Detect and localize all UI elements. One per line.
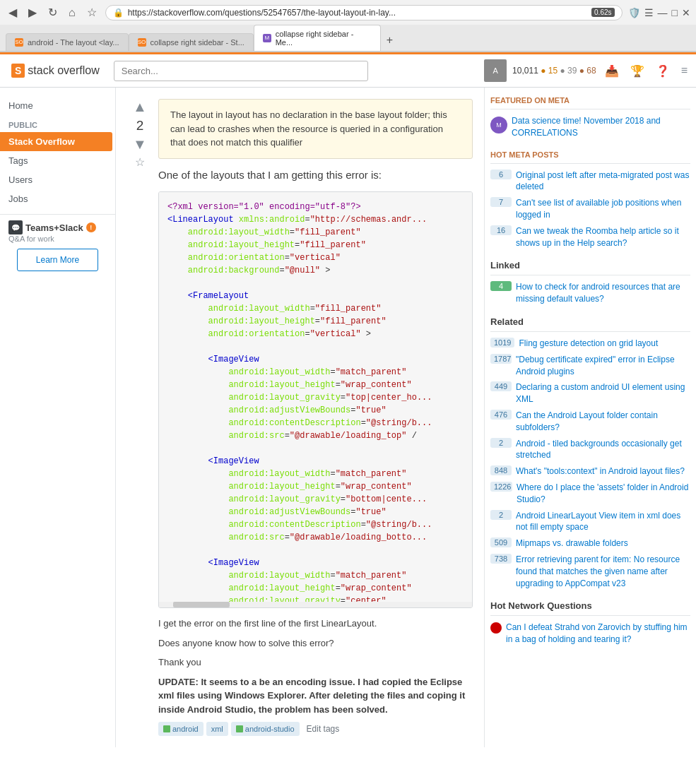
more-icon[interactable]: ≡ [678, 61, 690, 80]
browser-menu-button[interactable]: ☰ [644, 7, 654, 18]
edit-tags-button[interactable]: Edit tags [302, 722, 344, 736]
bookmark-button[interactable]: ☆ [135, 155, 145, 169]
hot-meta-item-1: 6 Original post left after meta-migrated… [490, 170, 690, 194]
related-item-2: 1787 "Debug certificate expired" error i… [490, 354, 690, 378]
forward-button[interactable]: ▶ [25, 4, 40, 20]
tab-1-label: android - The layout <lay... [28, 38, 119, 47]
related-link-10[interactable]: Error retrieving parent for item: No res… [516, 554, 690, 589]
bookmark-button[interactable]: ☆ [84, 4, 100, 20]
header-icons: 📥 🏆 ❓ ≡ [602, 61, 690, 81]
hot-meta-count-1: 6 [490, 170, 512, 179]
sidebar-item-home[interactable]: Home [0, 96, 115, 115]
related-link-9[interactable]: Mipmaps vs. drawable folders [516, 537, 628, 550]
update-label: UPDATE: It seems to a be an encoding iss… [158, 677, 465, 715]
address-bar[interactable]: 🔒 https://stackoverflow.com/questions/52… [105, 5, 623, 20]
back-button[interactable]: ◀ [6, 4, 20, 20]
answer-notice: The layout in layout has no declaration … [158, 99, 473, 159]
code-scrollbar-horizontal[interactable] [159, 602, 472, 607]
linked-box: Linked 4 How to check for android resour… [490, 260, 690, 305]
gold-badge: ● 15 [541, 66, 558, 76]
linked-link-1[interactable]: How to check for android resources that … [516, 281, 690, 305]
sidebar-section-public: PUBLIC [0, 115, 115, 132]
achievements-icon[interactable]: 🏆 [627, 61, 647, 81]
maximize-button[interactable]: □ [672, 7, 678, 18]
tag-android[interactable]: android [158, 722, 204, 736]
related-count-1: 1019 [490, 338, 514, 348]
so-content: Home PUBLIC Stack Overflow Tags Users Jo… [0, 88, 696, 747]
hot-meta-count-3: 16 [490, 225, 512, 235]
tab-2[interactable]: SO collapse right sidebar - St... [129, 33, 254, 51]
tab-3[interactable]: M collapse right sidebar - Me... [254, 25, 381, 51]
hot-meta-link-3[interactable]: Can we tweak the Roomba help article so … [516, 225, 690, 249]
related-count-5: 2 [490, 438, 512, 448]
related-item-10: 738 Error retrieving parent for item: No… [490, 554, 690, 589]
question-text-4: Thank you [158, 655, 473, 670]
featured-item-1: M Data science time! November 2018 and C… [490, 115, 690, 139]
left-sidebar: Home PUBLIC Stack Overflow Tags Users Jo… [0, 88, 116, 747]
bronze-badge: ● 68 [579, 66, 596, 76]
tag-android-icon [163, 725, 170, 732]
related-item-7: 1226 Where do I place the 'assets' folde… [490, 482, 690, 506]
related-link-3[interactable]: Declaring a custom android UI element us… [516, 381, 690, 405]
help-icon[interactable]: ❓ [653, 61, 673, 81]
header-right: A 10,011 ● 15 ● 39 ● 68 📥 🏆 ❓ ≡ [484, 59, 690, 82]
sidebar-item-users[interactable]: Users [0, 170, 115, 189]
related-link-6[interactable]: What's "tools:context" in Android layout… [516, 465, 685, 477]
tab-1[interactable]: SO android - The layout <lay... [6, 33, 129, 51]
browser-window-controls: 🛡️ ☰ — □ ✕ [628, 7, 690, 18]
question-content: The layout in layout has no declaration … [158, 99, 473, 736]
hot-network-title: Hot Network Questions [490, 600, 690, 616]
featured-link-1[interactable]: Data science time! November 2018 and COR… [512, 115, 690, 139]
hot-site-icon-1 [490, 622, 502, 634]
related-item-3: 449 Declaring a custom android UI elemen… [490, 381, 690, 405]
sidebar-item-jobs[interactable]: Jobs [0, 189, 115, 208]
related-item-1: 1019 Fling gesture detection on grid lay… [490, 338, 690, 350]
so-search [114, 61, 476, 81]
question-text-2: I get the error on the first line of the… [158, 617, 473, 631]
related-count-8: 2 [490, 510, 512, 520]
inbox-icon[interactable]: 📥 [602, 61, 622, 81]
linked-count-1: 4 [490, 281, 512, 291]
tab-3-label: collapse right sidebar - Me... [276, 30, 372, 47]
related-item-8: 2 Android LinearLayout View item in xml … [490, 510, 690, 534]
tag-android-studio-icon [236, 725, 243, 732]
hot-network-box: Hot Network Questions Can I defeat Strah… [490, 600, 690, 646]
downvote-button[interactable]: ▼ [133, 136, 147, 153]
hot-network-link-1[interactable]: Can I defeat Strahd von Zarovich by stuf… [506, 622, 690, 646]
code-scroll-area[interactable]: <?xml version="1.0" encoding="utf-8"?> <… [159, 192, 472, 602]
so-logo[interactable]: S stack overflow [6, 64, 105, 78]
close-button[interactable]: ✕ [682, 7, 690, 18]
hot-meta-link-1[interactable]: Original post left after meta-migrated p… [516, 170, 690, 194]
related-item-5: 2 Android - tiled backgrounds occasional… [490, 438, 690, 462]
linked-item-1: 4 How to check for android resources tha… [490, 281, 690, 305]
code-block-container: <?xml version="1.0" encoding="utf-8"?> <… [158, 191, 473, 608]
related-link-7[interactable]: Where do I place the 'assets' folder in … [517, 482, 690, 506]
upvote-button[interactable]: ▲ [133, 99, 147, 115]
minimize-button[interactable]: — [658, 7, 668, 18]
sidebar-item-stackoverflow[interactable]: Stack Overflow [0, 132, 112, 151]
related-link-1[interactable]: Fling gesture detection on grid layout [519, 338, 658, 350]
address-text: https://stackoverflow.com/questions/5254… [128, 8, 587, 18]
tag-android-studio[interactable]: android-studio [231, 722, 300, 736]
related-count-7: 1226 [490, 482, 512, 492]
related-link-2[interactable]: "Debug certificate expired" error in Ecl… [516, 354, 690, 378]
search-input[interactable] [114, 61, 368, 81]
related-link-8[interactable]: Android LinearLayout View item in xml do… [516, 510, 690, 534]
reload-button[interactable]: ↻ [45, 4, 60, 20]
linked-title: Linked [490, 260, 690, 275]
featured-on-meta-box: FEATURED ON META M Data science time! No… [490, 96, 690, 139]
new-tab-button[interactable]: + [381, 30, 399, 51]
learn-more-button[interactable]: Learn More [17, 249, 98, 271]
extensions-icon[interactable]: 🛡️ [628, 7, 640, 18]
hot-network-item-1: Can I defeat Strahd von Zarovich by stuf… [490, 622, 690, 646]
browser-titlebar: ◀ ▶ ↻ ⌂ ☆ 🔒 https://stackoverflow.com/qu… [0, 0, 696, 25]
home-button[interactable]: ⌂ [66, 5, 78, 20]
related-link-4[interactable]: Can the Android Layout folder contain su… [516, 410, 690, 434]
hot-meta-link-2[interactable]: Can't see list of available job position… [516, 197, 690, 221]
related-count-4: 476 [490, 410, 512, 420]
sidebar-item-tags[interactable]: Tags [0, 151, 115, 170]
related-link-5[interactable]: Android - tiled backgrounds occasionally… [516, 438, 690, 462]
teams-slack-subtitle: Q&A for work [8, 234, 107, 243]
avatar[interactable]: A [484, 59, 507, 82]
tag-xml[interactable]: xml [206, 722, 228, 736]
